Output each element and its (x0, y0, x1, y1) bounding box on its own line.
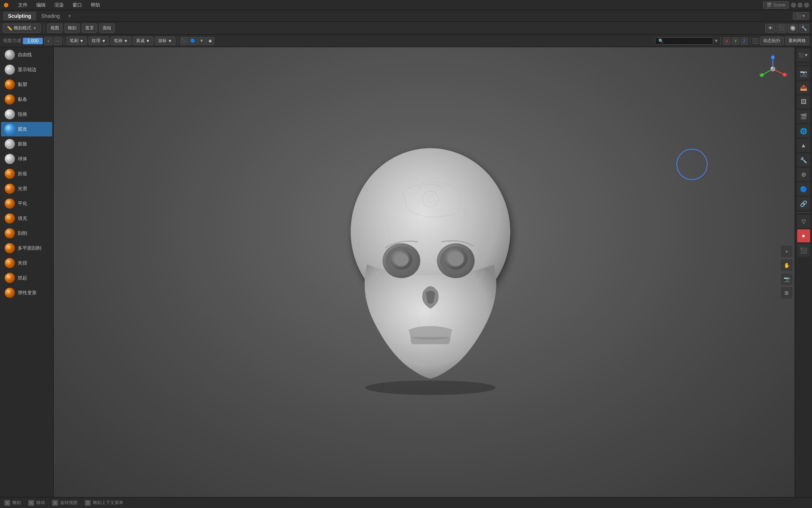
svg-point-6 (394, 253, 409, 266)
tool-layer-label: 层次 (18, 126, 27, 132)
scene-properties-icon[interactable]: 🎬 (797, 110, 810, 123)
svg-text:Y: Y (759, 73, 762, 77)
remesh-button[interactable]: 重构网格 (785, 37, 809, 45)
orbit-gizmo[interactable]: Z X Y (758, 54, 787, 83)
output-properties-icon[interactable]: 📤 (797, 81, 810, 94)
material-preview-icon[interactable]: 🔵 (189, 37, 197, 45)
brush-selector[interactable]: 笔刷 ▼ (66, 37, 87, 45)
texture-selector[interactable]: 纹理 ▼ (88, 37, 109, 45)
layer-icon (5, 124, 15, 134)
tab-shading[interactable]: Shading (36, 12, 65, 20)
tool-smooth-label: 光滑 (18, 185, 27, 192)
modifier-icon[interactable]: 🔧 (797, 153, 810, 167)
status-context-label: 雕刻上下文菜单 (93, 500, 123, 506)
tool-fill[interactable]: 填充 (1, 211, 52, 226)
sculpt-mode-selector[interactable]: ✏️ 雕刻模式 ▼ (3, 24, 41, 33)
menu-help[interactable]: 帮助 (87, 1, 104, 9)
toolbar-divider-2 (64, 37, 64, 45)
dynamic-topo-button[interactable]: 动态拓扑 (760, 37, 784, 45)
maximize-icon[interactable] (798, 3, 803, 8)
menu-render[interactable]: 渲染 (51, 1, 67, 9)
show-edge-icon (5, 65, 15, 75)
constraints-icon[interactable]: 🔗 (797, 197, 810, 210)
sculpt-mode-icon: ✏️ (7, 26, 12, 31)
subtract-button[interactable]: − (54, 37, 62, 45)
tab-sculpting[interactable]: Sculpting (3, 12, 36, 20)
menu-window[interactable]: 窗口 (69, 1, 86, 9)
pan-button[interactable]: ✋ (781, 259, 792, 271)
z-axis-button[interactable]: Z (741, 37, 748, 45)
y-axis-button[interactable]: Y (732, 37, 739, 45)
layout-selector[interactable]: ⬛▼ (793, 12, 809, 20)
strength-label: 强度/力度 (3, 38, 21, 44)
chevron-down-icon: ▼ (124, 38, 128, 44)
grid-button[interactable]: ⊞ (781, 287, 792, 299)
search-input[interactable] (655, 37, 713, 45)
menu-edit[interactable]: 编辑 (33, 1, 49, 9)
camera-button[interactable]: 📷 (781, 273, 792, 285)
mask-menu[interactable]: 遮罩 (82, 24, 97, 33)
tool-smooth[interactable]: 光滑 (1, 181, 52, 196)
stroke-selector[interactable]: 笔画 ▼ (111, 37, 131, 45)
3d-viewport[interactable]: Z X Y + ✋ 📷 ⊞ (54, 47, 795, 497)
tool-multiscrape[interactable]: 多平面刮削 (1, 241, 52, 255)
tool-elastic[interactable]: 弹性变形 (1, 286, 52, 300)
layout-icon[interactable]: ⬛▼ (797, 49, 810, 62)
tool-layer[interactable]: 层次 (1, 122, 52, 136)
inflate-icon (5, 139, 15, 149)
add-workspace-button[interactable]: + (65, 12, 74, 20)
cursor-selector[interactable]: 游标 ▼ (155, 37, 175, 45)
add-button[interactable]: + (44, 37, 52, 45)
tool-pinch[interactable]: 夹捏 (1, 256, 52, 270)
xray-toggle[interactable]: ◉ (206, 37, 214, 45)
tool-sphere[interactable]: 球体 (1, 152, 52, 166)
rendered-icon[interactable]: ☀ (198, 37, 206, 45)
object-data-icon[interactable]: ▽ (797, 215, 810, 228)
checkbox-sym[interactable] (753, 38, 758, 44)
status-move: 🖱 移动 (28, 500, 45, 506)
view-menu[interactable]: 视图 (47, 24, 62, 33)
viewport-render-icon[interactable]: 👁 (765, 24, 775, 33)
menu-file[interactable]: 文件 (14, 1, 31, 9)
tool-clay-strips-label: 黏条 (18, 96, 27, 103)
zoom-in-button[interactable]: + (781, 246, 792, 257)
svg-point-13 (365, 381, 496, 395)
physics-icon[interactable]: 🔵 (797, 183, 810, 196)
search-dropdown-icon[interactable]: ▼ (714, 38, 718, 44)
tool-scrape[interactable]: 刮削 (1, 226, 52, 241)
tool-grab[interactable]: 抓起 (1, 271, 52, 285)
viewport-overlay-icon[interactable]: 🔘 (788, 24, 798, 33)
x-axis-button[interactable]: X (723, 37, 730, 45)
render-properties-icon[interactable]: 📷 (797, 66, 810, 79)
tool-nudge[interactable]: 指推 (1, 107, 52, 122)
tool-flatten[interactable]: 平化 (1, 196, 52, 211)
tool-crease[interactable]: 折痕 (1, 167, 52, 181)
status-rotate: 🖱 旋转视图 (52, 500, 78, 506)
chevron-down-icon: ▼ (33, 26, 37, 31)
tool-freehand[interactable]: 自由线 (1, 48, 52, 62)
falloff-selector[interactable]: 衰减 ▼ (133, 37, 153, 45)
object-properties-icon[interactable]: ▲ (797, 139, 810, 152)
sculpt-menu[interactable]: 雕刻 (65, 24, 80, 33)
tool-clay[interactable]: 黏塑 (1, 77, 52, 92)
strength-value[interactable]: 1.000 (23, 38, 43, 44)
clay-strips-icon (5, 94, 15, 105)
viewport-shading-icon[interactable]: ⬛ (776, 24, 787, 33)
world-properties-icon[interactable]: 🌐 (797, 124, 810, 138)
particles-icon[interactable]: ⚙ (797, 168, 810, 181)
minimize-icon[interactable] (791, 3, 796, 8)
tool-show-edge[interactable]: 显示锐边 (1, 62, 52, 77)
scene-selector[interactable]: 🎬 Scene (763, 1, 789, 9)
material-icon[interactable]: ● (797, 229, 810, 242)
face-menu[interactable]: 面组 (99, 24, 115, 33)
uv-icon[interactable]: ⬛ (797, 244, 810, 257)
clay-icon (5, 79, 15, 90)
solid-shading-icon[interactable]: ⬛ (180, 37, 188, 45)
view-layer-icon[interactable]: 🖼 (797, 95, 810, 108)
tool-inflate[interactable]: 膨胀 (1, 137, 52, 151)
tool-fill-label: 填充 (18, 215, 27, 222)
close-icon[interactable] (804, 3, 809, 8)
tool-clay-strips[interactable]: 黏条 (1, 92, 52, 107)
status-context-menu: 🖱 雕刻上下文菜单 (85, 500, 123, 506)
viewport-gizmo-icon[interactable]: 🔧 (799, 24, 809, 33)
